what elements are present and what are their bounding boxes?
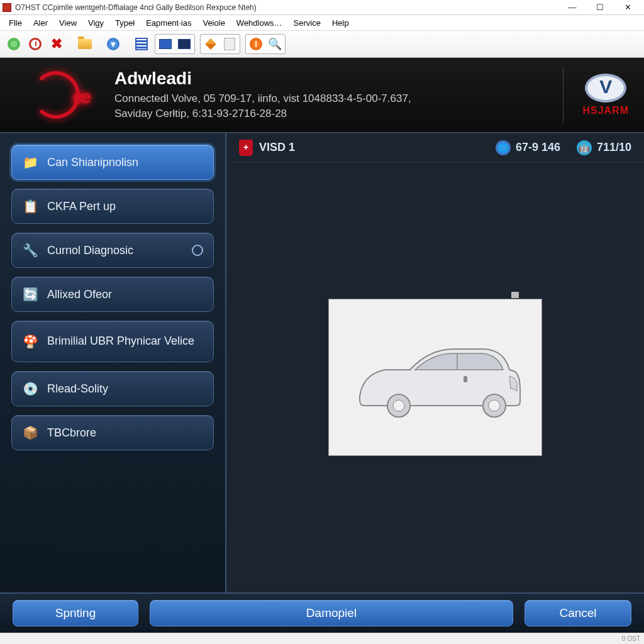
menu-file[interactable]: Flle	[4, 17, 27, 29]
nav-can-shianipnolisn[interactable]: 📁 Can Shianipnolisn	[11, 145, 214, 180]
menu-vehicle[interactable]: Veiole	[197, 17, 230, 29]
menu-view[interactable]: View	[54, 17, 82, 29]
document-icon	[224, 38, 235, 50]
main-view	[226, 162, 644, 592]
statusbar: 0 OST	[0, 633, 644, 644]
nav-label: Curnol Diagnosic	[47, 244, 133, 257]
nav-label: Rlead-Solity	[47, 382, 108, 396]
menu-help[interactable]: Help	[327, 17, 354, 29]
main-panel: VISD 1 🌐 67-9 146 🤖 711/10	[226, 133, 644, 592]
stat-value: 711/10	[597, 141, 631, 154]
shield-icon	[239, 140, 253, 156]
app-body: ee Adwleadi Connectedl Volve, 05 709-17,…	[0, 58, 644, 633]
content: 📁 Can Shianipnolisn 📋 CKFA Pert up 🔧 Cur…	[0, 133, 644, 592]
radio-icon	[192, 245, 203, 256]
tb-group-alert: ! 🔍	[245, 34, 286, 54]
menu-windows[interactable]: Wehdlows…	[231, 17, 287, 29]
download-icon: ▼	[107, 38, 119, 50]
app-icon	[3, 3, 11, 12]
stat-value: 67-9 146	[516, 141, 560, 154]
stat-2: 🤖 711/10	[577, 140, 631, 155]
app-header: ee Adwleadi Connectedl Volve, 05 709-17,…	[0, 58, 644, 133]
tb-download[interactable]: ▼	[103, 34, 123, 54]
clock-icon	[29, 38, 42, 50]
nav-label: CKFA Pert up	[47, 200, 116, 213]
nav-label: Can Shianipnolisn	[47, 156, 138, 169]
tb-group-edit	[200, 34, 240, 54]
svg-point-2	[393, 400, 404, 411]
nav-label: Allixed Ofeor	[47, 288, 112, 301]
vehicle-image-box	[328, 299, 542, 456]
nav-allixed-ofeor[interactable]: 🔄 Allixed Ofeor	[11, 277, 214, 312]
brand-name: HSJARM	[582, 105, 629, 116]
damopiel-button[interactable]: Damopiel	[150, 600, 513, 626]
tb-display1[interactable]	[156, 35, 175, 53]
pencil-icon	[205, 38, 216, 50]
grid-icon	[135, 38, 148, 50]
nav-curnol-diagnostic[interactable]: 🔧 Curnol Diagnosic	[11, 233, 214, 268]
status-right: 0 OST	[622, 635, 640, 642]
recycle-icon: 🔄	[22, 286, 38, 303]
tb-globe[interactable]	[4, 34, 24, 54]
x-icon: ✖	[51, 36, 62, 52]
header-title: Adwleadi	[114, 69, 411, 89]
main-title: VISD 1	[259, 141, 295, 154]
tb-display2[interactable]	[175, 35, 194, 53]
folder-icon: 📁	[22, 154, 38, 170]
nav-ckfa-pert-up[interactable]: 📋 CKFA Pert up	[11, 189, 214, 224]
nav-brimilial-ubr[interactable]: 🍄 Brimilial UBR Phynicar Velice	[11, 321, 214, 362]
tb-open[interactable]	[75, 34, 95, 54]
wrench-icon: 🔧	[22, 242, 38, 258]
nav-tbcbrore[interactable]: 📦 TBCbrore	[11, 415, 214, 450]
folder-icon	[78, 39, 92, 49]
tb-grid[interactable]	[131, 34, 152, 54]
cancel-button[interactable]: Cancel	[525, 600, 631, 626]
main-header: VISD 1 🌐 67-9 146 🤖 711/10	[226, 133, 644, 162]
brand-logo: V HSJARM	[563, 67, 629, 123]
menu-service[interactable]: Service	[289, 17, 326, 29]
footer: Spnting Damopiel Cancel	[0, 592, 644, 633]
mushroom-icon: 🍄	[22, 333, 38, 350]
maximize-button[interactable]	[586, 1, 614, 14]
clipboard-icon: 📋	[22, 198, 38, 214]
tb-group-display	[155, 34, 195, 54]
globe-icon	[8, 38, 20, 50]
monitor-icon	[178, 39, 191, 49]
window-title: O7HST CCpimlle wentgeht-Dffiałage 4ncł G…	[15, 3, 257, 12]
sidebar: 📁 Can Shianipnolisn 📋 CKFA Pert up 🔧 Cur…	[0, 133, 226, 592]
tb-clock[interactable]	[25, 34, 45, 54]
titlebar: O7HST CCpimlle wentgeht-Dffiałage 4ncł G…	[0, 0, 644, 15]
menu-equipment[interactable]: Eapment·ias	[141, 17, 196, 29]
stat-1: 🌐 67-9 146	[496, 140, 560, 155]
monitor-icon	[159, 39, 172, 49]
window-controls	[558, 1, 641, 14]
tb-search[interactable]: 🔍	[265, 35, 284, 53]
app-logo: ee	[15, 70, 97, 120]
box-icon: 📦	[22, 425, 38, 441]
disc-icon: 💿	[22, 380, 38, 397]
close-button[interactable]	[614, 1, 641, 14]
header-stats: 🌐 67-9 146 🤖 711/10	[496, 140, 631, 155]
menu-type[interactable]: Typeł	[110, 17, 140, 29]
header-info: Adwleadi Connectedl Volve, 05 709-17, ii…	[114, 69, 411, 121]
spnting-button[interactable]: Spnting	[13, 600, 138, 626]
tb-doc[interactable]	[220, 35, 239, 53]
nav-rlead-solity[interactable]: 💿 Rlead-Solity	[11, 371, 214, 406]
car-icon	[341, 321, 530, 434]
svg-rect-5	[464, 376, 467, 382]
menu-vigy[interactable]: Vigy	[83, 17, 109, 29]
tb-alert[interactable]: !	[247, 35, 265, 53]
header-line1: Connectedl Volve, 05 709-17, iinfo, vist…	[114, 91, 411, 106]
nav-label: Brimilial UBR Phynicar Velice	[47, 335, 194, 348]
minimize-button[interactable]	[558, 1, 586, 14]
globe-icon: 🌐	[496, 140, 511, 155]
menu-aler[interactable]: Aler	[28, 17, 53, 29]
robot-icon: 🤖	[577, 140, 592, 155]
toolbar: ✖ ▼ ! 🔍	[0, 30, 644, 58]
tb-delete[interactable]: ✖	[47, 34, 67, 54]
svg-point-4	[489, 400, 500, 411]
nav-label: TBCbrore	[47, 426, 96, 440]
tb-edit[interactable]	[201, 35, 220, 53]
header-line2: Saviday Cerłtip, 6:31-93-2716-28-28	[114, 106, 411, 121]
menubar: Flle Aler View Vigy Typeł Eapment·ias Ve…	[0, 15, 644, 30]
